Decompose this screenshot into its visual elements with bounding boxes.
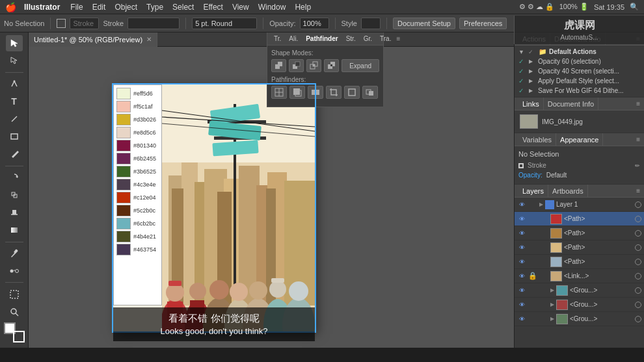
swatch-4[interactable] [116,127,131,138]
fill-box[interactable] [57,19,66,28]
sl4-circle[interactable] [635,259,641,265]
sl2-vis[interactable]: 👁 [517,229,526,238]
eyedropper-tool[interactable] [6,246,23,262]
menu-view[interactable]: View [232,3,249,12]
pf-tab-tra[interactable]: Tra. [377,35,394,42]
sl7-arrow[interactable]: ▶ [550,302,554,307]
folder-arrow[interactable]: ▼ [518,49,524,55]
swatch-13[interactable] [116,244,131,255]
minus-back-btn[interactable] [362,86,378,99]
sl3-vis[interactable]: 👁 [517,243,526,252]
sl8-circle[interactable] [635,316,641,322]
sublayer-1[interactable]: 👁 <Path> [515,212,644,226]
sublayer-2[interactable]: 👁 <Path> [515,226,644,240]
sl5-vis[interactable]: 👁 [517,272,526,281]
line-tool[interactable] [6,111,23,127]
swatch-6[interactable] [116,153,131,164]
layer-1-arrow[interactable]: ▶ [539,201,543,207]
pf-tab-tr[interactable]: Tr. [271,35,284,42]
document-setup-btn[interactable]: Document Setup [393,18,455,29]
appearance-tab[interactable]: Appearance [556,133,603,146]
links-menu-icon[interactable]: ≡ [636,100,640,107]
sl6-circle[interactable] [635,287,641,294]
exclude-btn[interactable] [324,59,339,72]
pf-menu-icon[interactable]: ≡ [396,35,400,42]
appearance-menu-icon[interactable]: ≡ [636,136,640,143]
layers-tab[interactable]: Layers [518,185,548,198]
sl8-vis[interactable]: 👁 [517,315,526,324]
sl5-lock[interactable]: 🔒 [528,272,537,281]
swatch-7[interactable] [116,166,131,177]
swatch-12[interactable] [116,231,131,242]
menu-help[interactable]: Help [295,3,311,12]
style-input[interactable] [361,18,381,29]
pf-tab-gr[interactable]: Gr. [361,35,375,42]
sl4-vis[interactable]: 👁 [517,257,526,266]
unite-btn[interactable] [271,59,286,72]
apple-menu[interactable]: 🍎 [5,2,16,12]
sl2-circle[interactable] [635,230,641,237]
paintbucket-tool[interactable] [6,205,23,221]
preferences-btn[interactable]: Preferences [459,18,507,29]
stroke-indicator[interactable] [13,331,25,343]
brush-preset[interactable]: 5 pt. Round [192,18,257,29]
sublayer-6[interactable]: 👁 ▶ <Grou...> [515,283,644,298]
menu-file[interactable]: File [70,3,83,12]
menu-edit[interactable]: Edit [92,3,106,12]
gradient-tool[interactable] [6,222,23,239]
swatch-11[interactable] [116,218,131,229]
swatch-8[interactable] [116,179,131,190]
stroke-field[interactable] [70,18,99,29]
sl1-vis[interactable]: 👁 [517,214,526,224]
artboards-tab[interactable]: Artboards [548,185,588,198]
sl3-circle[interactable] [635,244,641,251]
stroke-edit-icon[interactable]: ✏ [635,162,640,169]
menu-effect[interactable]: Effect [203,3,222,12]
menu-select[interactable]: Select [172,3,194,12]
intersect-btn[interactable] [306,59,321,72]
selection-tool[interactable] [6,35,23,51]
swatch-10[interactable] [116,205,131,216]
action-item-3[interactable]: ✓ ▶ Apply Default Style (select... [515,76,644,86]
minus-front-btn[interactable] [289,59,304,72]
stroke-color[interactable] [127,18,180,29]
opacity-input[interactable]: 100% [300,18,329,29]
action-item-2[interactable]: ✓ ▶ Opacity 40 Screen (selecti... [515,66,644,76]
layer-1-row[interactable]: 👁 ▶ Layer 1 [515,198,644,212]
sl1-circle[interactable] [635,216,641,222]
menu-window[interactable]: Window [258,3,286,12]
layer-1-vis[interactable]: 👁 [517,200,526,209]
layer-1-circle[interactable] [635,201,641,208]
swatch-9[interactable] [116,192,131,203]
sl8-arrow[interactable]: ▶ [550,316,554,322]
rect-tool[interactable] [6,129,23,145]
sl6-vis[interactable]: 👁 [517,286,526,295]
sublayer-3[interactable]: 👁 <Path> [515,240,644,255]
sublayer-7[interactable]: 👁 ▶ <Grou...> [515,298,644,312]
outline-btn[interactable] [344,86,360,99]
variables-tab[interactable]: Variables [518,133,556,146]
sl5-circle[interactable] [635,273,641,279]
pf-tab-str[interactable]: Str. [343,35,358,42]
merge-btn[interactable] [308,86,323,99]
document-tab[interactable]: Untitled-1* @ 50% (RGB/Preview) ✕ [29,32,157,47]
swatch-1[interactable] [116,88,131,99]
direct-selection-tool[interactable] [6,53,23,69]
trim-btn[interactable] [289,86,305,99]
menu-object[interactable]: Object [114,3,137,12]
menu-type[interactable]: Type [146,3,163,12]
sl7-circle[interactable] [635,302,641,308]
zoom-tool[interactable] [6,304,23,320]
sublayer-4[interactable]: 👁 <Path> [515,255,644,269]
scale-tool[interactable] [6,187,23,203]
close-tab-icon[interactable]: ✕ [146,36,152,43]
links-docinfo-tab[interactable]: Document Info [544,97,599,110]
pf-tab-ali[interactable]: Ali. [286,35,301,42]
action-item-4[interactable]: ✓ ▶ Save For Web GIF 64 Dithe... [515,86,644,96]
links-tab[interactable]: Links [518,97,544,110]
sublayer-5[interactable]: 👁 🔒 <Link...> [515,269,644,283]
search-icon[interactable]: 🔍 [630,3,639,11]
sl6-arrow[interactable]: ▶ [550,287,554,293]
action-item-1[interactable]: ✓ ▶ Opacity 60 (selection) [515,57,644,66]
rotate-tool[interactable] [6,170,23,186]
